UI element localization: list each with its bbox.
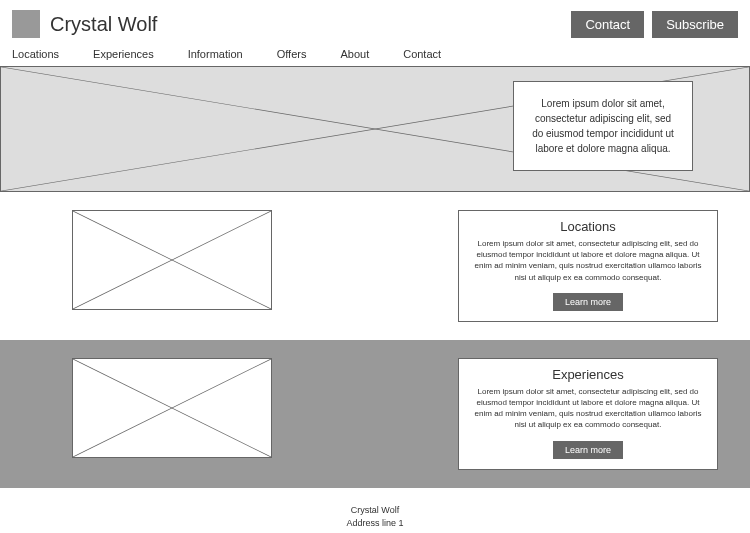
learn-more-button[interactable]: Learn more — [553, 441, 623, 459]
hero-text-card: Lorem ipsum dolor sit amet, consectetur … — [513, 81, 693, 171]
card-body: Lorem ipsum dolor sit amet, consectetur … — [471, 238, 705, 283]
contact-button[interactable]: Contact — [571, 11, 644, 38]
learn-more-button[interactable]: Learn more — [553, 293, 623, 311]
locations-card: Locations Lorem ipsum dolor sit amet, co… — [458, 210, 718, 322]
hero-image-placeholder: Lorem ipsum dolor sit amet, consectetur … — [0, 66, 750, 192]
card-body: Lorem ipsum dolor sit amet, consectetur … — [471, 386, 705, 431]
nav-item-experiences[interactable]: Experiences — [93, 48, 154, 60]
header: Crystal Wolf Contact Subscribe — [0, 0, 750, 42]
subscribe-button[interactable]: Subscribe — [652, 11, 738, 38]
section-experiences: Experiences Lorem ipsum dolor sit amet, … — [0, 340, 750, 488]
nav-item-locations[interactable]: Locations — [12, 48, 59, 60]
logo-placeholder — [12, 10, 40, 38]
main-nav: Locations Experiences Information Offers… — [0, 42, 750, 66]
brand-name: Crystal Wolf — [50, 13, 563, 36]
section-locations: Locations Lorem ipsum dolor sit amet, co… — [0, 192, 750, 340]
footer-line: Address line 1 — [0, 517, 750, 531]
footer-line: Crystal Wolf — [0, 504, 750, 518]
card-title: Experiences — [471, 367, 705, 382]
nav-item-information[interactable]: Information — [188, 48, 243, 60]
footer: Crystal Wolf Address line 1 Address line… — [0, 488, 750, 534]
nav-item-about[interactable]: About — [340, 48, 369, 60]
image-placeholder — [72, 210, 272, 310]
experiences-card: Experiences Lorem ipsum dolor sit amet, … — [458, 358, 718, 470]
image-placeholder — [72, 358, 272, 458]
nav-item-contact[interactable]: Contact — [403, 48, 441, 60]
card-title: Locations — [471, 219, 705, 234]
nav-item-offers[interactable]: Offers — [277, 48, 307, 60]
